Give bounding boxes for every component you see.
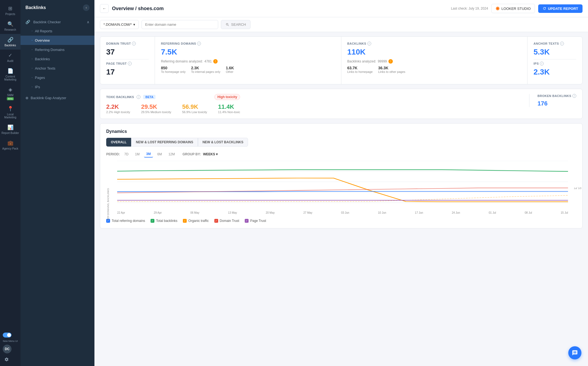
x-label: 20 May bbox=[266, 211, 275, 214]
legend-total-backlinks[interactable]: ✓ Total backlinks bbox=[151, 219, 177, 223]
referring-domains-info[interactable]: i bbox=[197, 42, 201, 45]
internal-pages-stat: 2.3K To internal pages only bbox=[191, 66, 220, 73]
chart-legend: ✓ Total referring domains ✓ Total backli… bbox=[106, 219, 576, 223]
looker-icon bbox=[495, 6, 500, 11]
x-label: 03 Jun bbox=[341, 211, 349, 214]
tab-overall[interactable]: OVERALL bbox=[106, 138, 131, 147]
domain-trust-card: DOMAIN TRUST i 37 PAGE TRUST i 17 bbox=[100, 37, 155, 84]
overview-label: Overview bbox=[35, 38, 50, 42]
nav-agency-pack[interactable]: 💼 Agency Pack bbox=[0, 137, 21, 153]
toxic-header: TOXIC BACKLINKS i BETA High toxicity bbox=[106, 94, 240, 100]
toxic-stats: 2.2K 2.2% High toxicity 29.5K 29.5% Medi… bbox=[106, 103, 240, 114]
sidebar-item-ips[interactable]: IPs bbox=[21, 82, 94, 92]
toggle-switch[interactable] bbox=[3, 333, 11, 338]
non-toxic-stat: 11.4K 11.4% Non-toxic bbox=[218, 103, 240, 114]
sidebar-item-all-reports[interactable]: All Reports bbox=[21, 26, 94, 36]
nav-agency-label: Agency Pack bbox=[2, 147, 18, 150]
nav-local-marketing[interactable]: 📍 Local Marketing bbox=[0, 103, 21, 122]
links-other-pages-stat: 36.3K Links to other pages bbox=[378, 66, 405, 73]
page-trust-label: PAGE TRUST i bbox=[106, 62, 149, 65]
backlinks-info[interactable]: i bbox=[367, 42, 371, 45]
sidebar-item-pages[interactable]: Pages bbox=[21, 73, 94, 82]
legend-domain-trust[interactable]: ✓ Domain Trust bbox=[214, 219, 239, 223]
group-by-value[interactable]: WEEKS ▾ bbox=[203, 152, 218, 156]
nav-smm-label: SMM bbox=[7, 94, 13, 97]
nav-content-marketing[interactable]: 📄 Content Marketing bbox=[0, 65, 21, 84]
period-row: PERIOD: 7D 1M 3M 6M 12M GROUP BY: WEEKS … bbox=[106, 151, 576, 158]
period-6m[interactable]: 6M bbox=[155, 151, 164, 157]
sidebar-item-referring-domains[interactable]: Referring Domains bbox=[21, 45, 94, 54]
domain-selector[interactable]: *.DOMAIN.COM/* ▾ bbox=[100, 20, 139, 29]
period-1m[interactable]: 1M bbox=[133, 151, 142, 157]
domain-trust-info[interactable]: i bbox=[132, 42, 136, 45]
page-trust-info[interactable]: i bbox=[128, 62, 132, 65]
backlinks-card: BACKLINKS i 110K Backlinks analyzed: 999… bbox=[341, 37, 528, 84]
new-menu-label: New Menu UI bbox=[3, 340, 18, 342]
left-navigation: ⊞ Projects 🔍 Research 🔗 Backlinks ✓ Audi… bbox=[0, 0, 21, 366]
legend-page-trust[interactable]: ✓ Page Trust bbox=[245, 219, 266, 223]
gap-analyzer-label: Backlink Gap Analyzer bbox=[31, 96, 66, 100]
period-12m[interactable]: 12M bbox=[166, 151, 177, 157]
homepage-only-stat: 850 To homepage only bbox=[161, 66, 186, 73]
referring-domains-card: REFERRING DOMAINS i 7.5K Referring domai… bbox=[155, 37, 341, 84]
x-label: 08 Jul bbox=[525, 211, 532, 214]
dynamics-tabs: OVERALL NEW & LOST REFERRING DOMAINS NEW… bbox=[106, 138, 576, 147]
last-check-text: Last check: July 19, 2024 bbox=[451, 7, 488, 10]
user-avatar[interactable]: DC bbox=[3, 345, 11, 353]
smm-badge: Beta bbox=[7, 97, 13, 100]
metrics-row: DOMAIN TRUST i 37 PAGE TRUST i 17 REFERR… bbox=[100, 36, 583, 84]
menu-toggle[interactable] bbox=[3, 333, 18, 338]
nav-research-label: Research bbox=[4, 28, 16, 31]
sidebar-item-anchor-texts[interactable]: Anchor Texts bbox=[21, 64, 94, 73]
search-button[interactable]: SEARCH bbox=[221, 20, 250, 29]
broken-info[interactable]: i bbox=[572, 94, 576, 98]
nav-report-builder[interactable]: 📊 Report Builder bbox=[0, 122, 21, 137]
content-area: DOMAIN TRUST i 37 PAGE TRUST i 17 REFERR… bbox=[94, 32, 588, 366]
anchor-texts-info[interactable]: i bbox=[560, 42, 564, 45]
legend-total-referring[interactable]: ✓ Total referring domains bbox=[106, 219, 145, 223]
x-label: 27 May bbox=[303, 211, 312, 214]
ips-info[interactable]: i bbox=[540, 62, 544, 65]
backlinks-label: Backlinks bbox=[35, 57, 50, 61]
high-toxicity-stat: 2.2K 2.2% High toxicity bbox=[106, 103, 130, 114]
anchor-texts-label: Anchor Texts bbox=[35, 66, 55, 70]
x-label: 22 Apr bbox=[117, 211, 125, 214]
chevron-up-icon: ∧ bbox=[87, 20, 90, 24]
main-content: ← Overview / shoes.com Last check: July … bbox=[94, 0, 588, 366]
nav-research[interactable]: 🔍 Research bbox=[0, 18, 21, 34]
nav-backlinks[interactable]: 🔗 Backlinks bbox=[0, 34, 21, 50]
sidebar-item-backlinks[interactable]: Backlinks bbox=[21, 54, 94, 64]
broken-label: BROKEN BACKLINKS i bbox=[538, 94, 577, 98]
nav-report-label: Report Builder bbox=[2, 131, 19, 135]
legend-organic-traffic[interactable]: ✓ Organic traffic bbox=[183, 219, 209, 223]
period-3m[interactable]: 3M bbox=[144, 151, 153, 158]
back-button[interactable]: ← bbox=[100, 4, 109, 13]
tab-new-lost-domains[interactable]: NEW & LOST REFERRING DOMAINS bbox=[131, 138, 198, 147]
period-7d[interactable]: 7D bbox=[122, 151, 131, 157]
update-report-button[interactable]: UPDATE REPORT bbox=[538, 4, 583, 13]
smm-icon: ◈ bbox=[8, 87, 12, 93]
backlinks-warning-icon: ! bbox=[388, 59, 393, 64]
tab-new-lost-backlinks[interactable]: NEW & LOST BACKLINKS bbox=[198, 138, 248, 147]
ips-label: IPS i bbox=[534, 62, 576, 65]
looker-studio-button[interactable]: LOOKER STUDIO bbox=[491, 4, 535, 13]
domain-search-input[interactable] bbox=[142, 20, 218, 29]
links-homepage-stat: 63.7K Links to homepage bbox=[347, 66, 373, 73]
x-label: 13 May bbox=[228, 211, 237, 214]
nav-projects[interactable]: ⊞ Projects bbox=[0, 3, 21, 18]
sidebar-item-gap-analyzer[interactable]: ⊕ Backlink Gap Analyzer bbox=[21, 94, 94, 102]
toxic-info[interactable]: i bbox=[137, 95, 140, 99]
settings-icon[interactable] bbox=[3, 356, 10, 363]
referring-domains-label: Referring Domains bbox=[35, 48, 64, 52]
sidebar-header: Backlinks ‹ bbox=[21, 0, 94, 15]
nav-audit[interactable]: ✓ Audit bbox=[0, 50, 21, 65]
nav-projects-label: Projects bbox=[5, 13, 15, 16]
search-icon bbox=[226, 23, 229, 27]
backlinks-icon: 🔗 bbox=[7, 37, 13, 43]
backlink-checker-header[interactable]: 🔗 Backlink Checker ∧ bbox=[21, 18, 94, 26]
chat-button[interactable] bbox=[568, 346, 581, 359]
x-label: 01 Jul bbox=[489, 211, 496, 214]
sidebar-collapse-btn[interactable]: ‹ bbox=[83, 4, 90, 11]
sidebar-item-overview[interactable]: Overview bbox=[21, 36, 94, 45]
nav-smm[interactable]: ◈ SMM Beta bbox=[0, 84, 21, 103]
